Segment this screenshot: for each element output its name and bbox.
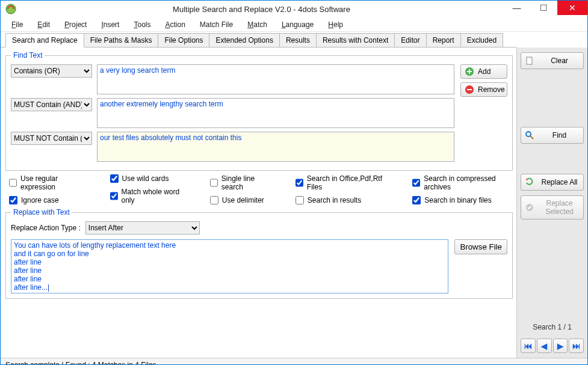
check-icon xyxy=(525,203,534,212)
tab-file-options[interactable]: File Options xyxy=(158,33,209,48)
tabstrip: Search and Replace File Paths & Masks Fi… xyxy=(5,33,585,48)
tab-results[interactable]: Results xyxy=(279,33,317,48)
menu-action[interactable]: Action xyxy=(159,19,191,31)
chk-regex-label: Use regular expression xyxy=(20,174,86,191)
menu-tools[interactable]: Tools xyxy=(128,19,156,31)
app-icon xyxy=(5,4,16,14)
tab-report[interactable]: Report xyxy=(426,33,461,48)
nav-first-button[interactable]: ⏮ xyxy=(521,339,536,353)
clear-button[interactable]: Clear xyxy=(521,52,584,69)
find-fieldset: Find Text Contains (OR) MUST Contain (AN… xyxy=(5,51,513,171)
find-row-0: Contains (OR) xyxy=(11,64,454,94)
find-button[interactable]: Find xyxy=(521,127,584,144)
titlebar: Multiple Search and Replace V2.0 - 4dots… xyxy=(1,1,587,17)
chk-regex-input[interactable] xyxy=(9,179,17,187)
find-row-1: MUST Contain (AND) xyxy=(11,98,454,128)
chk-singleline-input[interactable] xyxy=(210,179,218,187)
find-mode-select-0[interactable]: Contains (OR) xyxy=(11,64,92,78)
chk-ignorecase-label: Ignore case xyxy=(21,196,59,204)
chk-office-input[interactable] xyxy=(296,179,303,187)
last-icon: ⏭ xyxy=(572,342,580,351)
chk-wholeword-input[interactable] xyxy=(110,192,118,200)
chk-delimiter[interactable]: Use delimiter xyxy=(210,196,271,204)
menu-insert[interactable]: Insert xyxy=(95,19,125,31)
menu-match[interactable]: Match xyxy=(241,19,273,31)
tab-file-paths[interactable]: File Paths & Masks xyxy=(84,33,159,48)
chk-ignorecase[interactable]: Ignore case xyxy=(9,196,86,204)
replace-all-button[interactable]: Replace All xyxy=(521,174,584,191)
chk-singleline[interactable]: Single line search xyxy=(210,174,271,191)
replace-selected-button[interactable]: Replace Selected xyxy=(521,195,584,219)
replace-type-select[interactable]: Insert After xyxy=(85,221,200,235)
nav-next-button[interactable]: ▶ xyxy=(553,339,568,353)
find-mode-select-2[interactable]: MUST NOT Contain (NO xyxy=(11,132,92,145)
tab-extended[interactable]: Extended Options xyxy=(209,33,279,48)
chk-compressed-label: Search in compressed archives xyxy=(424,174,513,191)
status-text: Search complete | Found : 4 Matches in 4… xyxy=(5,361,156,366)
chk-wildcards-input[interactable] xyxy=(110,174,119,183)
chk-regex[interactable]: Use regular expression xyxy=(9,174,86,191)
clear-label: Clear xyxy=(539,57,580,65)
document-icon xyxy=(525,56,534,66)
tab-results-context[interactable]: Results with Context xyxy=(316,33,395,48)
chk-wildcards[interactable]: Use wild cards xyxy=(110,174,186,183)
prev-icon: ◀ xyxy=(541,342,547,351)
chk-wholeword[interactable]: Match whole word only xyxy=(110,188,186,204)
window-controls: — ☐ ✕ xyxy=(503,1,587,17)
find-label: Find xyxy=(539,131,580,140)
menu-help[interactable]: Help xyxy=(322,19,349,31)
chk-delimiter-label: Use delimiter xyxy=(222,196,264,204)
menu-project[interactable]: Project xyxy=(58,19,93,31)
menu-matchfile[interactable]: Match File xyxy=(194,19,239,31)
chk-compressed[interactable]: Search in compressed archives xyxy=(412,174,513,191)
replace-type-label: Replace Action Type : xyxy=(11,224,81,232)
statusbar: Search complete | Found : 4 Matches in 4… xyxy=(1,358,587,365)
main: Find Text Contains (OR) MUST Contain (AN… xyxy=(1,48,587,358)
chk-office-label: Search in Office,Pdf,Rtf Files xyxy=(307,174,389,191)
replace-legend: Replace with Text xyxy=(11,208,72,216)
chk-inresults-label: Search in results xyxy=(308,196,361,204)
chk-binary[interactable]: Search in binary files xyxy=(412,196,513,204)
find-legend: Find Text xyxy=(11,51,45,60)
chk-compressed-input[interactable] xyxy=(412,179,420,187)
nav-last-button[interactable]: ⏭ xyxy=(569,339,584,353)
menu-edit[interactable]: Edit xyxy=(31,19,56,31)
minus-icon xyxy=(465,85,474,94)
remove-label: Remove xyxy=(478,85,505,94)
svg-rect-3 xyxy=(467,71,472,72)
remove-button[interactable]: Remove xyxy=(460,82,507,97)
menu-file[interactable]: File xyxy=(5,19,29,31)
tab-search-replace[interactable]: Search and Replace xyxy=(5,33,84,48)
find-text-input-1[interactable] xyxy=(97,98,454,128)
add-button[interactable]: Add xyxy=(460,64,507,79)
find-mode-select-1[interactable]: MUST Contain (AND) xyxy=(11,98,92,111)
menu-language[interactable]: Language xyxy=(276,19,320,31)
chk-wholeword-label: Match whole word only xyxy=(122,188,186,204)
svg-rect-5 xyxy=(467,89,472,90)
chk-ignorecase-input[interactable] xyxy=(9,196,17,204)
browse-file-button[interactable]: Browse File xyxy=(454,239,507,254)
chk-inresults[interactable]: Search in results xyxy=(296,196,389,204)
tab-editor[interactable]: Editor xyxy=(394,33,426,48)
chk-office[interactable]: Search in Office,Pdf,Rtf Files xyxy=(296,174,389,191)
minimize-button[interactable]: — xyxy=(503,1,530,15)
replace-text-input[interactable] xyxy=(11,239,448,293)
add-label: Add xyxy=(478,67,491,76)
chk-inresults-input[interactable] xyxy=(296,196,304,204)
replace-fieldset: Replace with Text Replace Action Type : … xyxy=(5,208,513,299)
chk-binary-input[interactable] xyxy=(412,196,421,204)
replace-all-icon xyxy=(525,177,534,187)
chk-binary-label: Search in binary files xyxy=(424,196,491,204)
chk-delimiter-input[interactable] xyxy=(210,196,218,204)
close-button[interactable]: ✕ xyxy=(557,1,587,15)
nav-prev-button[interactable]: ◀ xyxy=(537,339,552,353)
tab-excluded[interactable]: Excluded xyxy=(460,33,503,48)
window-title: Multiple Search and Replace V2.0 - 4dots… xyxy=(20,5,503,14)
chk-singleline-label: Single line search xyxy=(221,174,271,191)
find-text-input-2[interactable] xyxy=(97,132,454,162)
replace-all-label: Replace All xyxy=(539,178,580,186)
find-row-2: MUST NOT Contain (NO xyxy=(11,132,454,162)
find-text-input-0[interactable] xyxy=(97,64,454,94)
svg-line-8 xyxy=(530,136,533,139)
maximize-button[interactable]: ☐ xyxy=(530,1,557,15)
